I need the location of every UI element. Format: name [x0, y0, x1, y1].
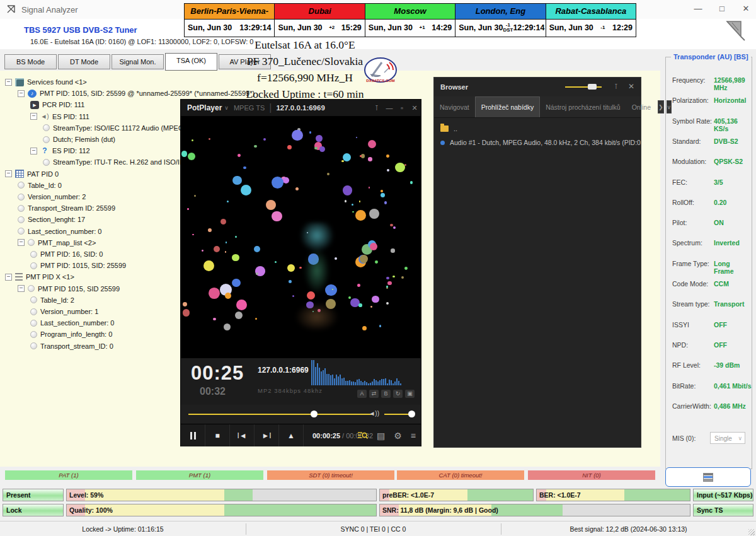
spectrum-bar	[355, 382, 356, 385]
tree-row[interactable]: Section_lenght: 17	[18, 214, 85, 225]
tree-row[interactable]: Transport_stream_ID: 0	[30, 341, 113, 352]
expander-icon[interactable]: –	[18, 239, 25, 246]
next-button[interactable]: ►I	[255, 424, 279, 446]
maximize-icon[interactable]: □	[713, 4, 731, 15]
transponder-value: 12566,989 MHz	[714, 76, 752, 91]
spectrum-bar	[349, 380, 350, 385]
tree-row[interactable]: –?ES PID: 112	[30, 145, 90, 156]
spectrum-bar	[340, 375, 341, 385]
tab-signal-mon-[interactable]: Signal Mon.	[112, 54, 164, 69]
transponder-label: Code Mode:	[672, 280, 708, 288]
tree-row[interactable]: Table_Id: 0	[18, 180, 62, 191]
browser-tab-3[interactable]: Online	[626, 96, 656, 117]
tree-row[interactable]: Dutch; Flemish (dut)	[43, 134, 115, 145]
player-badge[interactable]: ↻	[393, 390, 403, 398]
arrow-right-icon[interactable]: ❯	[658, 100, 664, 114]
player-close-icon[interactable]: ✕	[408, 104, 421, 112]
browser-tab-0[interactable]: Navigovat	[434, 96, 475, 117]
player-minimize-icon[interactable]: —	[383, 104, 396, 112]
mis-select[interactable]: Single ∨	[710, 432, 745, 444]
tree-row[interactable]: –PMT PID 1015, SID 25599	[18, 283, 120, 294]
folder-up-label[interactable]: ..	[454, 125, 457, 132]
close-icon[interactable]: ✕	[736, 4, 755, 15]
tree-row[interactable]: PMT PID: 16, SID: 0	[30, 248, 103, 260]
search-icon[interactable]	[358, 431, 368, 440]
expander-icon[interactable]: –	[5, 170, 12, 177]
player-badge[interactable]: A	[357, 390, 367, 398]
tree-row[interactable]: Last_section_number: 0	[18, 226, 101, 237]
spectrum-bar	[345, 381, 346, 385]
window-title: Signal Analyzer	[21, 5, 78, 15]
pause-button[interactable]	[181, 424, 205, 446]
spectrum-bar	[387, 383, 388, 385]
tree-row[interactable]: –Services found <1>	[5, 76, 87, 88]
seek-bar[interactable]	[188, 414, 372, 415]
tab-bs-mode[interactable]: BS Mode	[4, 54, 57, 69]
records-button[interactable]	[665, 467, 751, 487]
tree-row[interactable]: Version_number: 1	[30, 306, 98, 317]
spectrum-bar	[377, 382, 379, 385]
expander-icon[interactable]: –	[18, 285, 25, 292]
meter-segment	[85, 489, 224, 501]
resize-grip[interactable]	[748, 529, 755, 535]
player-badge[interactable]: B	[381, 390, 391, 398]
tree-row[interactable]: ▶PCR PID: 111	[30, 99, 84, 110]
player-badge[interactable]: ⇄	[369, 390, 379, 398]
browser-tab-2[interactable]: Nástroj procházení titulků	[540, 96, 626, 117]
chevron-down-icon[interactable]: ∨	[224, 105, 229, 111]
tree-row[interactable]: Last_section_number: 0	[30, 317, 114, 329]
tree-row[interactable]: Program_info_length: 0	[30, 329, 112, 340]
expander-icon[interactable]: –	[30, 113, 37, 120]
audio-track-label[interactable]: Audio #1 - Dutch, MPEG Audio, 48.0 kHz, …	[450, 139, 641, 146]
folder-up-row[interactable]: ..	[434, 122, 641, 136]
eject-button[interactable]: ▲	[279, 424, 304, 446]
tab-dt-mode[interactable]: DT Mode	[58, 54, 110, 69]
spectrum-bar	[326, 374, 328, 385]
stop-button[interactable]: ■	[205, 424, 230, 446]
settings-gear-icon[interactable]: ⚙	[394, 431, 402, 441]
tree-label: Program_info_length: 0	[40, 330, 112, 338]
chevron-down-icon[interactable]: ∨	[667, 100, 672, 114]
tree-row[interactable]: –PMT PID X <1>	[5, 271, 74, 283]
tree-row[interactable]: Table_Id: 2	[30, 294, 74, 306]
tree-row[interactable]: PMT PID: 1015, SID: 25599	[30, 260, 126, 271]
minimize-icon[interactable]: —	[689, 4, 707, 15]
player-maximize-icon[interactable]: ▫	[396, 104, 408, 112]
playlist-icon[interactable]: ▤	[377, 431, 385, 441]
player-badge[interactable]: ▣	[405, 390, 415, 398]
tree-row[interactable]: Version_number: 2	[18, 191, 86, 202]
browser-tab-1[interactable]: Prohlížeč nabídky	[475, 96, 540, 117]
video-dot	[386, 302, 389, 305]
expander-icon[interactable]: –	[18, 90, 25, 97]
browser-titlebar[interactable]: Browser ⊺ ✕	[434, 78, 641, 96]
browser-pin-icon[interactable]: ⊺	[614, 83, 618, 91]
volume-knob[interactable]	[408, 411, 415, 417]
tree-row[interactable]: –PAT PID 0	[5, 168, 59, 180]
seek-knob[interactable]	[311, 411, 318, 417]
video-dot	[241, 185, 251, 195]
expander-icon[interactable]: –	[5, 274, 12, 281]
preber-meter: preBER: <1.0E-7	[379, 489, 534, 501]
audio-track-row[interactable]: Audio #1 - Dutch, MPEG Audio, 48.0 kHz, …	[434, 136, 641, 149]
pin-icon[interactable]: ⊺	[370, 104, 383, 112]
pcr-icon: ▶	[30, 101, 39, 109]
browser-slider-knob[interactable]	[588, 84, 597, 90]
video-dot	[369, 187, 370, 189]
tree-row[interactable]: –◄)ES PID: 111	[30, 111, 89, 122]
volume-icon[interactable]: ◄))	[369, 410, 379, 417]
expander-icon[interactable]: –	[5, 79, 12, 86]
potplayer-app-name[interactable]: PotPlayer	[187, 103, 222, 112]
previous-button[interactable]: I◄	[230, 424, 255, 446]
video-dot	[254, 246, 260, 252]
expander-icon[interactable]: –	[30, 148, 37, 154]
menu-icon[interactable]: ≡	[411, 431, 416, 441]
tree-row[interactable]: StreamType: ISO/IEC 11172 Audio (MPEG-1)…	[43, 122, 202, 134]
potplayer-titlebar[interactable]: PotPlayer ∨ MPEG TS | 127.0.0.1:6969 ⊺ —…	[181, 100, 421, 116]
video-area[interactable]	[181, 116, 421, 358]
tree-row[interactable]: Transport_Stream ID: 25599	[18, 202, 115, 214]
video-dot	[232, 254, 239, 262]
chevron-down-icon: ∨	[738, 433, 742, 445]
tree-row[interactable]: –PMT_map_list <2>	[18, 237, 96, 248]
browser-tabs: NavigovatProhlížeč nabídkyNástroj prochá…	[434, 96, 641, 118]
browser-close-icon[interactable]: ✕	[628, 82, 634, 91]
